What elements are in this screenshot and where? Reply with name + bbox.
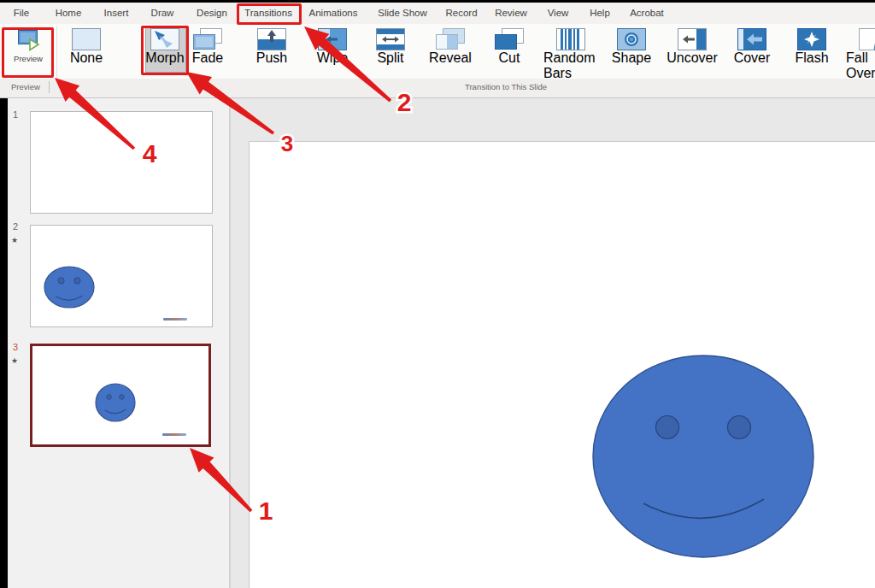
transition-label: Shape (612, 50, 651, 66)
transition-flash[interactable]: Flash (784, 28, 839, 66)
tab-acrobat[interactable]: Acrobat (630, 3, 664, 24)
tab-review[interactable]: Review (495, 3, 527, 24)
split-transition-icon (376, 28, 405, 50)
transition-fade[interactable]: Fade (180, 28, 235, 66)
transition-label: Flash (795, 50, 828, 66)
tab-help[interactable]: Help (590, 3, 610, 24)
slide-3-thumbnail[interactable] (30, 344, 211, 447)
tab-record[interactable]: Record (445, 3, 477, 24)
tab-home[interactable]: Home (56, 3, 82, 24)
preview-group-label: Preview (11, 82, 40, 91)
preview-button-label: Preview (14, 54, 43, 63)
transition-label: Morph (145, 50, 184, 66)
shape-transition-icon (617, 28, 646, 50)
slide-1-thumbnail[interactable] (30, 111, 213, 214)
transition-split[interactable]: Split (363, 28, 418, 66)
flash-transition-icon (797, 28, 826, 50)
transition-label: Wipe (317, 50, 348, 66)
slide-2-transition-star-icon[interactable]: ★ (11, 236, 18, 244)
tab-design[interactable]: Design (197, 3, 227, 24)
slide-3-transition-star-icon[interactable]: ★ (11, 356, 18, 365)
transition-cut[interactable]: Cut (482, 28, 537, 66)
tab-insert[interactable]: Insert (104, 3, 129, 24)
tab-slide-show[interactable]: Slide Show (378, 3, 427, 24)
fade-transition-icon (193, 28, 222, 50)
transition-push[interactable]: Push (244, 28, 299, 66)
slide-3-smiley (32, 346, 208, 444)
slide-3-watermark (162, 433, 186, 436)
transition-label: Push (256, 50, 287, 66)
transition-reveal[interactable]: Reveal (423, 28, 478, 66)
ribbon-group-label-row: Preview Transition to This Slide (0, 79, 875, 98)
transition-random-bars[interactable]: Random Bars (543, 28, 598, 81)
transition-label: Fall Over (846, 50, 875, 81)
transition-shape[interactable]: Shape (604, 28, 659, 66)
transition-wipe[interactable]: Wipe (305, 28, 360, 66)
transition-uncover[interactable]: Uncover (665, 28, 719, 66)
tab-transitions[interactable]: Transitions (244, 3, 292, 24)
tab-animations[interactable]: Animations (309, 3, 358, 24)
ribbon-tab-bar: File Home Insert Draw Design Transitions… (0, 3, 875, 24)
ribbon-group-divider (56, 26, 57, 79)
morph-transition-icon (150, 28, 179, 50)
transition-label: Random Bars (543, 50, 598, 81)
slide-2-watermark (163, 318, 187, 320)
slide-2-smiley (31, 226, 212, 326)
tab-view[interactable]: View (548, 3, 569, 24)
cover-transition-icon (737, 28, 766, 50)
transition-label: Split (377, 50, 403, 66)
push-transition-icon (257, 28, 286, 50)
transition-fall-over[interactable]: Fall Over (846, 28, 875, 81)
transition-label: Cover (734, 50, 771, 66)
preview-play-icon (15, 28, 41, 51)
smiley-face-shape[interactable] (584, 350, 823, 563)
slide-2-thumbnail[interactable] (30, 225, 213, 327)
slide-1-number: 1 (13, 109, 18, 120)
transition-none[interactable]: None (59, 28, 114, 66)
transition-label: None (70, 50, 103, 66)
transition-group-label: Transition to This Slide (465, 82, 547, 91)
slide-2-number: 2 (13, 221, 18, 232)
transition-label: Cut (499, 50, 520, 66)
smiley-left-eye (656, 416, 679, 439)
random-bars-transition-icon (556, 28, 585, 50)
reveal-transition-icon (436, 28, 465, 50)
smiley-right-eye (728, 416, 751, 439)
slide-3-number: 3 (13, 342, 18, 352)
window-left-edge (0, 79, 8, 588)
wipe-transition-icon (318, 28, 347, 50)
tab-file[interactable]: File (14, 3, 30, 24)
transition-label: Reveal (429, 50, 472, 66)
group-divider (49, 81, 50, 93)
uncover-transition-icon (678, 28, 707, 50)
transition-label: Uncover (667, 50, 718, 66)
tab-draw[interactable]: Draw (151, 3, 174, 24)
powerpoint-window: File Home Insert Draw Design Transitions… (0, 0, 875, 588)
transition-cover[interactable]: Cover (725, 28, 779, 66)
none-transition-icon (72, 28, 101, 50)
preview-button[interactable]: Preview (3, 28, 53, 76)
fall-over-transition-icon (859, 28, 875, 50)
transition-label: Fade (192, 50, 223, 66)
cut-transition-icon (495, 28, 524, 50)
